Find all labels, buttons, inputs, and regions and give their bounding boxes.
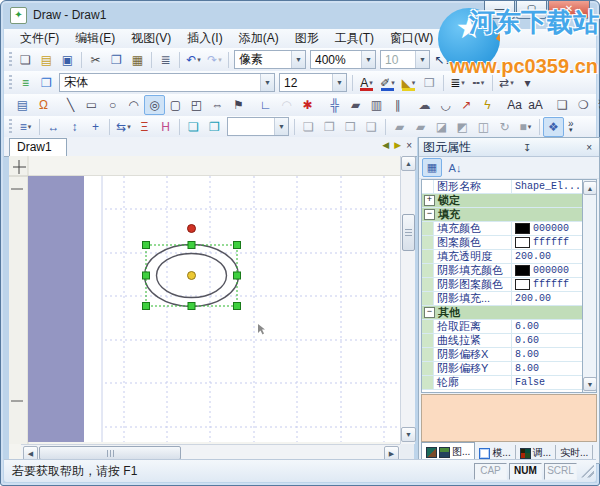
spacing-button[interactable]: ⇆▾ (113, 117, 134, 137)
property-value[interactable]: 8.00 (511, 348, 582, 361)
chevron-down-icon[interactable]: ▾ (391, 79, 395, 87)
ungroup-button[interactable]: ❐ (319, 117, 340, 137)
group-button[interactable]: ❏ (298, 117, 319, 137)
pan-window-button[interactable]: ❖ (543, 117, 564, 137)
curve-tool-button[interactable]: ◡ (435, 95, 456, 115)
text-block-tool-button[interactable]: ▥ (366, 95, 387, 115)
block-tool-button[interactable]: ▰ (345, 95, 366, 115)
property-value[interactable]: 000000 (511, 264, 582, 277)
property-value[interactable]: 0.60 (511, 334, 582, 347)
property-value[interactable]: ffffff (511, 278, 582, 291)
cloud-tool-button[interactable]: ☁ (414, 95, 435, 115)
callout-rect-button[interactable]: ❑ (552, 95, 573, 115)
node-arrow-tool-button[interactable]: ↗ (456, 95, 477, 115)
vscroll-thumb[interactable] (402, 214, 415, 251)
paste-button[interactable]: ▦ (127, 50, 148, 70)
pin-icon[interactable]: ↧ (520, 142, 534, 153)
chevron-down-icon[interactable]: ▼ (415, 51, 429, 68)
menu-item-5[interactable]: 图形 (287, 30, 327, 47)
chevron-down-icon[interactable]: ▾ (127, 123, 131, 131)
chevron-down-icon[interactable]: ▼ (291, 51, 305, 68)
break-apart-button[interactable]: ❑ (361, 117, 382, 137)
minimize-button[interactable]: — (484, 1, 515, 19)
property-value[interactable]: False (511, 376, 582, 389)
tab-scroll-right-icon[interactable]: ▶ (394, 140, 401, 151)
property-category-row[interactable]: −填充 (422, 208, 582, 222)
drawing-canvas[interactable] (9, 156, 400, 444)
chevron-down-icon[interactable]: ▾ (197, 56, 201, 64)
chevron-down-icon[interactable]: ▼ (274, 118, 288, 135)
grid-scroll-down-icon[interactable]: ▼ (583, 377, 597, 391)
menu-item-6[interactable]: 工具(T) (327, 30, 382, 47)
property-value[interactable]: Shape_El... (511, 180, 582, 193)
new-button[interactable]: ❏ (15, 50, 36, 70)
layer-combo[interactable]: ▼ (227, 117, 289, 136)
redo-button[interactable]: ↷▾ (204, 50, 225, 70)
subtract-button[interactable]: ◩ (452, 117, 473, 137)
collapse-icon[interactable]: − (424, 209, 435, 220)
print-button[interactable]: ≣ (155, 50, 176, 70)
menu-item-7[interactable]: 窗口(W) (382, 30, 441, 47)
dash-style-button[interactable]: ╍▾ (468, 73, 489, 93)
grid-size-combo[interactable]: 10▼ (380, 50, 430, 69)
chevron-down-icon[interactable]: ▾ (218, 56, 222, 64)
chevron-down-icon[interactable]: ▼ (361, 51, 375, 68)
context-help-button[interactable]: ↖? (432, 50, 453, 70)
tab-scroll-left-icon[interactable]: ◀ (382, 140, 389, 151)
copy-button[interactable]: ❐ (106, 50, 127, 70)
chevron-down-icon[interactable]: ▾ (412, 79, 416, 87)
open-button[interactable]: ▤ (36, 50, 57, 70)
font-size-combo[interactable]: 12▼ (279, 73, 347, 92)
trim-button[interactable]: ▰ (410, 117, 431, 137)
canvas-area[interactable]: ▲ ▼ ◀ ▶ (9, 156, 414, 459)
property-category-row[interactable]: +锁定 (422, 194, 582, 208)
callout-round-button[interactable]: ❍ (573, 95, 594, 115)
hscroll-thumb[interactable] (39, 446, 181, 460)
arrow-style-button[interactable]: ⇄▾ (496, 73, 517, 93)
rect-tool-button[interactable]: ▭ (81, 95, 102, 115)
scroll-down-icon[interactable]: ▼ (401, 427, 416, 442)
chevron-down-icon[interactable]: ▾ (481, 79, 485, 87)
property-value[interactable]: 200.00 (511, 292, 582, 305)
collapse-icon[interactable]: − (424, 307, 435, 318)
weld-button[interactable]: ▰ (389, 117, 410, 137)
exclude-button[interactable]: ◫ (473, 117, 494, 137)
text-style-a-button[interactable]: Aa (504, 95, 525, 115)
center-horizontal-button[interactable]: H (155, 117, 176, 137)
undo-button[interactable]: ↶▾ (183, 50, 204, 70)
expand-icon[interactable]: + (424, 195, 435, 206)
menu-item-0[interactable]: 文件(F) (12, 30, 67, 47)
ellipse-handles-tool-button[interactable]: ◎ (144, 95, 165, 115)
same-width-button[interactable]: ↔ (43, 117, 64, 137)
line-color-button[interactable]: ✐▾ (377, 73, 398, 93)
center-vertical-button[interactable]: Ξ (134, 117, 155, 137)
split-node-button[interactable]: ╬ (324, 95, 345, 115)
parallel-lines-tool-button[interactable]: ∥ (387, 95, 408, 115)
layers-button[interactable]: ≡ (15, 73, 36, 93)
same-size-button[interactable]: + (85, 117, 106, 137)
flag-tool-button[interactable]: ⚑ (228, 95, 249, 115)
chevron-down-icon[interactable]: ▾ (461, 79, 465, 87)
toolbar-grip[interactable] (9, 52, 12, 67)
resize-grip[interactable] (581, 465, 594, 478)
menu-item-2[interactable]: 视图(V) (123, 30, 179, 47)
text-style-b-button[interactable]: aA (525, 95, 546, 115)
line-width-button[interactable]: ≣▾ (447, 73, 468, 93)
chevron-down-icon[interactable]: ▼ (332, 74, 346, 91)
property-value[interactable]: 000000 (511, 222, 582, 235)
double-arrow-tool-button[interactable]: ⇔ (207, 95, 228, 115)
tip-button[interactable]: ?▾ (453, 50, 474, 70)
arc-connector-button[interactable]: ◠ (276, 95, 297, 115)
horizontal-scrollbar[interactable]: ◀ ▶ (21, 444, 400, 460)
chevron-down-icon[interactable]: ▼ (260, 74, 274, 91)
intersect-button[interactable]: ◪ (431, 117, 452, 137)
chevron-down-icon[interactable]: ▾ (466, 56, 470, 64)
scroll-up-icon[interactable]: ▲ (401, 156, 416, 171)
unit-combo[interactable]: 像素▼ (234, 50, 306, 69)
ellipse-tool-button[interactable]: ○ (102, 95, 123, 115)
menu-item-8[interactable]: 帮助(H) (441, 30, 498, 47)
grid-scrollbar[interactable]: ▲ ▼ (582, 180, 596, 392)
polyline-connector-button[interactable]: ∟ (255, 95, 276, 115)
cut-button[interactable]: ✂ (85, 50, 106, 70)
bring-front-button[interactable]: ❏ (183, 117, 204, 137)
